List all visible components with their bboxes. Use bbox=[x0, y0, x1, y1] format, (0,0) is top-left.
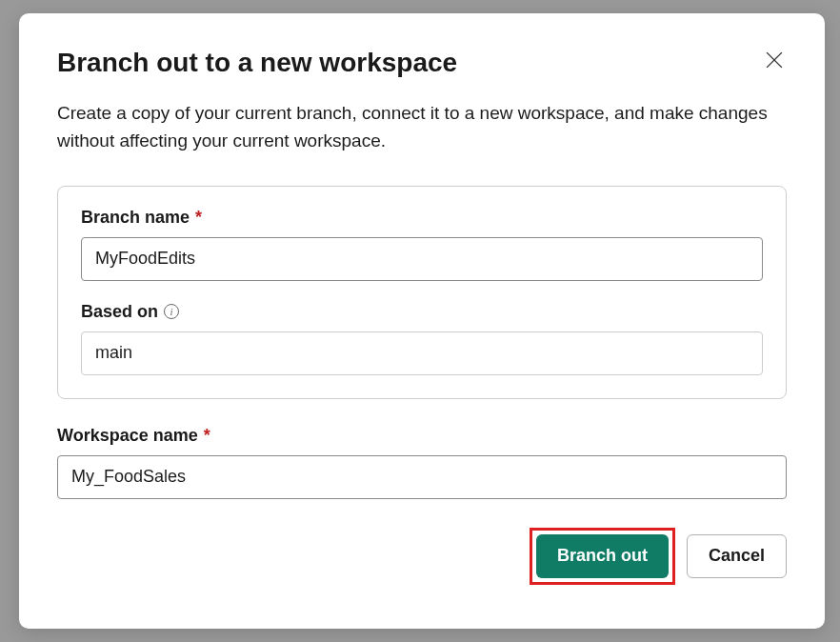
button-row: Branch out Cancel bbox=[57, 528, 787, 585]
close-icon bbox=[766, 51, 783, 71]
modal-header: Branch out to a new workspace bbox=[57, 48, 787, 78]
close-button[interactable] bbox=[762, 48, 787, 75]
branch-out-button[interactable]: Branch out bbox=[536, 534, 669, 578]
workspace-name-field: Workspace name * bbox=[57, 426, 787, 499]
required-marker: * bbox=[204, 426, 210, 446]
workspace-name-label: Workspace name * bbox=[57, 426, 787, 446]
based-on-label-text: Based on bbox=[81, 302, 158, 322]
workspace-name-label-text: Workspace name bbox=[57, 426, 198, 446]
required-marker: * bbox=[195, 208, 202, 228]
info-icon[interactable]: i bbox=[164, 304, 179, 319]
branch-out-modal: Branch out to a new workspace Create a c… bbox=[19, 13, 825, 629]
primary-button-highlight: Branch out bbox=[530, 528, 675, 585]
branch-name-label: Branch name * bbox=[81, 208, 763, 228]
branch-name-field: Branch name * bbox=[81, 208, 763, 281]
modal-title: Branch out to a new workspace bbox=[57, 48, 457, 78]
branch-name-label-text: Branch name bbox=[81, 208, 190, 228]
branch-fields-group: Branch name * Based on i bbox=[57, 186, 787, 399]
based-on-input[interactable] bbox=[81, 331, 763, 375]
based-on-field: Based on i bbox=[81, 302, 763, 375]
based-on-label: Based on i bbox=[81, 302, 763, 322]
cancel-button[interactable]: Cancel bbox=[687, 534, 787, 578]
branch-name-input[interactable] bbox=[81, 237, 763, 281]
modal-description: Create a copy of your current branch, co… bbox=[57, 99, 787, 155]
workspace-name-input[interactable] bbox=[57, 455, 787, 499]
